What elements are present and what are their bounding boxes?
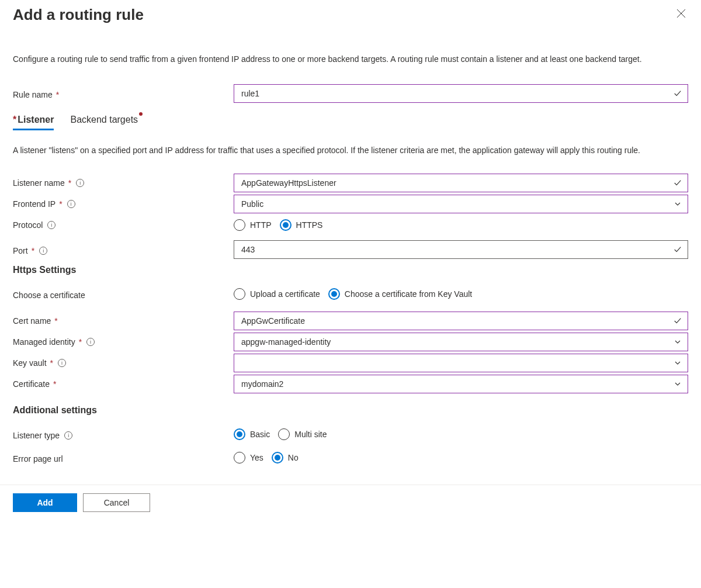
info-icon[interactable]: i (47, 221, 55, 229)
listener-type-multisite-radio[interactable]: Multi site (278, 428, 327, 440)
tab-backend-targets[interactable]: Backend targets (70, 115, 138, 130)
tab-listener-label: Listener (18, 115, 54, 124)
info-icon[interactable]: i (67, 200, 75, 208)
frontend-ip-select[interactable] (234, 195, 688, 213)
required-indicator: * (53, 379, 56, 389)
required-indicator: * (50, 358, 53, 368)
https-settings-heading: Https Settings (13, 265, 688, 275)
port-label: Port (13, 246, 28, 255)
page-title: Add a routing rule (13, 6, 144, 24)
managed-identity-label: Managed identity (13, 337, 75, 347)
additional-settings-heading: Additional settings (13, 405, 688, 416)
close-button[interactable] (674, 6, 688, 22)
listener-tab-description: A listener "listens" on a specified port… (13, 144, 688, 157)
frontend-ip-label: Frontend IP (13, 199, 55, 209)
error-page-yes-label: Yes (250, 453, 263, 462)
port-input[interactable] (234, 240, 688, 259)
close-icon (676, 9, 686, 18)
cert-name-input[interactable] (234, 312, 688, 330)
keyvault-certificate-radio[interactable]: Choose a certificate from Key Vault (328, 288, 472, 300)
info-icon[interactable]: i (39, 247, 47, 255)
cert-name-label: Cert name (13, 316, 51, 326)
required-indicator: * (68, 178, 71, 188)
error-page-no-radio[interactable]: No (272, 452, 299, 464)
tab-indicator-dot (139, 112, 143, 116)
listener-type-basic-label: Basic (250, 430, 270, 439)
key-vault-label: Key vault (13, 358, 47, 368)
key-vault-select[interactable] (234, 354, 688, 372)
listener-name-input[interactable] (234, 174, 688, 192)
upload-certificate-radio[interactable]: Upload a certificate (234, 288, 320, 300)
listener-type-label: Listener type (13, 431, 60, 440)
required-indicator: * (59, 199, 62, 209)
info-icon[interactable]: i (76, 179, 84, 187)
protocol-label: Protocol (13, 220, 43, 230)
upload-certificate-label: Upload a certificate (250, 289, 320, 299)
listener-name-label: Listener name (13, 178, 65, 188)
info-icon[interactable]: i (64, 431, 72, 440)
info-icon[interactable]: i (58, 359, 66, 367)
info-icon[interactable]: i (86, 338, 95, 346)
certificate-label: Certificate (13, 379, 50, 389)
tab-listener[interactable]: *Listener (13, 115, 54, 130)
required-indicator: * (79, 337, 82, 347)
listener-type-multisite-label: Multi site (294, 430, 327, 439)
listener-type-basic-radio[interactable]: Basic (234, 428, 270, 440)
keyvault-certificate-label: Choose a certificate from Key Vault (345, 289, 472, 299)
error-page-no-label: No (288, 453, 299, 462)
page-description: Configure a routing rule to send traffic… (13, 53, 688, 65)
required-indicator: * (13, 115, 16, 124)
error-page-yes-radio[interactable]: Yes (234, 452, 263, 464)
protocol-http-label: HTTP (250, 220, 272, 230)
rule-name-input[interactable] (234, 84, 688, 103)
required-indicator: * (54, 316, 57, 326)
protocol-https-label: HTTPS (296, 220, 323, 230)
managed-identity-select[interactable] (234, 333, 688, 351)
required-indicator: * (56, 90, 59, 99)
error-page-label: Error page url (13, 454, 63, 464)
protocol-http-radio[interactable]: HTTP (234, 219, 272, 231)
choose-certificate-label: Choose a certificate (13, 290, 85, 300)
rule-name-label: Rule name (13, 90, 53, 99)
required-indicator: * (32, 246, 34, 255)
cancel-button[interactable]: Cancel (83, 493, 150, 512)
certificate-select[interactable] (234, 375, 688, 393)
tab-backend-targets-label: Backend targets (70, 115, 138, 124)
add-button[interactable]: Add (13, 493, 77, 512)
protocol-https-radio[interactable]: HTTPS (280, 219, 323, 231)
